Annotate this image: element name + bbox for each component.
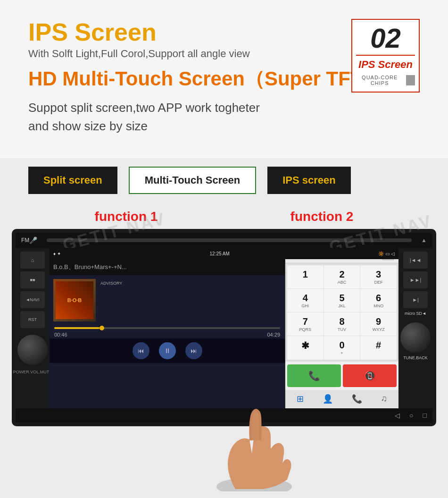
radio-bottom: ◁ ○ □ — [16, 408, 432, 422]
call-buttons: 📞 📵 — [285, 362, 398, 390]
album-art: B·O·B — [53, 279, 96, 321]
play-pause-btn[interactable]: ⏸ — [159, 342, 176, 359]
prev-track-btn[interactable]: |◄◄ — [403, 252, 428, 269]
progress-bar-area — [50, 325, 285, 331]
home-btn[interactable]: ⌂ — [20, 252, 45, 269]
progress-bar-fill — [54, 327, 100, 329]
multi-touch-button[interactable]: Multi-Touch Screen — [129, 167, 257, 194]
dialer-tab-music[interactable]: ♫ — [381, 394, 388, 404]
album-info: ADVISORY — [100, 279, 281, 321]
dial-key-3[interactable]: 3DEF — [360, 265, 397, 288]
power-label: POWER.VOL.MUTE — [13, 370, 52, 374]
function-2-label: function 2 — [224, 209, 420, 224]
top-bar-center — [47, 238, 412, 242]
back-nav-icon[interactable]: ◁ — [395, 412, 400, 419]
dial-key-9[interactable]: 9WXYZ — [360, 312, 397, 336]
fm-label: FM — [21, 237, 29, 244]
svg-point-0 — [216, 477, 292, 491]
badge-chips: QUAD-CORE CHIPS — [356, 75, 415, 86]
radio-outer: FM 🎤 ▲ ⌂ ■■ ◄NAVI RST POWER.VOL.MUTE — [12, 229, 436, 426]
home-nav-icon[interactable]: ○ — [409, 412, 413, 419]
car-radio-wrapper: FM 🎤 ▲ ⌂ ■■ ◄NAVI RST POWER.VOL.MUTE — [0, 229, 448, 431]
up-arrow: ▲ — [421, 237, 427, 244]
dialer-tabs: ⊞ 👤 📞 ♫ — [285, 390, 398, 408]
dial-key-0[interactable]: 0+ — [324, 336, 360, 360]
status-location: ♦ ✦ — [53, 251, 61, 256]
music-player: B.o.B、Bruno+Mars+-+N... B·O·B ADVISORY — [50, 248, 285, 408]
recent-nav-icon[interactable]: □ — [423, 412, 427, 419]
top-section: 02 IPS Screen QUAD-CORE CHIPS IPS Screen… — [0, 0, 448, 158]
call-accept-btn[interactable]: 📞 — [287, 364, 341, 387]
dialer-tab-contacts[interactable]: 👤 — [323, 394, 333, 404]
time-row: 00:46 04:29 — [50, 331, 285, 338]
radio-top-bar: FM 🎤 ▲ — [16, 233, 432, 248]
status-bar: ♦ ✦ 12:25 AM 🔆 ▭ ◁ — [50, 248, 398, 259]
dial-key-4[interactable]: 4GHI — [287, 289, 324, 312]
buttons-row: Split screen Multi-Touch Screen IPS scre… — [28, 167, 420, 194]
split-screen-button[interactable]: Split screen — [28, 167, 117, 194]
feature-badge: 02 IPS Screen QUAD-CORE CHIPS — [351, 19, 420, 93]
dial-key-7[interactable]: 7PQRS — [287, 312, 324, 336]
time-total: 04:29 — [267, 332, 280, 338]
screen-area: ♦ ✦ 12:25 AM 🔆 ▭ ◁ B.o.B、Bruno+Mars+-+N.… — [50, 248, 398, 408]
dial-key-1[interactable]: 1 — [287, 265, 324, 288]
badge-label: IPS Screen — [356, 59, 415, 71]
rst-btn[interactable]: RST — [20, 311, 45, 328]
dial-key-8[interactable]: 8TUV — [324, 312, 360, 336]
back-btn[interactable]: ■■ — [20, 271, 45, 288]
phone-dialer: ✕ 1 2ABC 3DEF 4GHI 5JKL 6MNO 7PQRS 8TUV … — [285, 248, 398, 408]
status-time: 12:25 AM — [210, 251, 230, 256]
next-btn[interactable]: ⏭ — [185, 342, 202, 359]
album-art-inner: B·O·B — [56, 281, 93, 319]
dialer-tab-recent[interactable]: 📞 — [352, 394, 362, 404]
music-content: B.o.B、Bruno+Mars+-+N... B·O·B ADVISORY — [50, 259, 285, 408]
prev-btn[interactable]: ⏮ — [133, 342, 149, 359]
call-decline-btn[interactable]: 📵 — [343, 364, 397, 387]
support-text: Suppot split screen,two APP work toghete… — [28, 99, 420, 135]
left-knob[interactable] — [17, 335, 48, 365]
music-controls: ⏮ ⏸ ⏭ — [50, 338, 285, 363]
progress-bar-bg — [54, 327, 280, 329]
mic-icon: 🎤 — [29, 236, 37, 244]
right-controls: |◄◄ ►►| ►| micro SD◄ TUNE.BACK — [398, 248, 432, 408]
last-btn[interactable]: ►| — [403, 291, 428, 308]
tune-back-label: TUNE.BACK — [403, 355, 428, 360]
radio-body: ⌂ ■■ ◄NAVI RST POWER.VOL.MUTE ♦ ✦ 12:25 … — [16, 248, 432, 408]
status-icons: 🔆 ▭ ◁ — [378, 251, 395, 256]
right-knob[interactable] — [400, 322, 431, 353]
dial-key-5[interactable]: 5JKL — [324, 289, 360, 312]
dial-key-hash[interactable]: # — [360, 336, 397, 360]
time-current: 00:46 — [54, 332, 67, 338]
album-area: B·O·B ADVISORY — [50, 275, 285, 325]
progress-dot — [100, 326, 104, 330]
android-nav: ◁ ○ □ — [395, 412, 427, 419]
function-row: function 1 function 2 — [0, 201, 448, 229]
ips-screen-button[interactable]: IPS screen — [267, 167, 351, 194]
dialer-grid: 1 2ABC 3DEF 4GHI 5JKL 6MNO 7PQRS 8TUV 9W… — [285, 263, 398, 362]
song-title: B.o.B、Bruno+Mars+-+N... — [50, 259, 285, 275]
dial-key-star[interactable]: ✱ — [287, 336, 324, 360]
function-1-label: function 1 — [28, 209, 224, 224]
navi-btn[interactable]: ◄NAVI — [20, 291, 45, 308]
dial-key-6[interactable]: 6MNO — [360, 289, 397, 312]
buttons-section: Split screen Multi-Touch Screen IPS scre… — [0, 158, 448, 201]
badge-number: 02 — [356, 25, 415, 52]
page-wrapper: 02 IPS Screen QUAD-CORE CHIPS IPS Screen… — [0, 0, 448, 498]
dial-key-2[interactable]: 2ABC — [324, 265, 360, 288]
chip-icon — [406, 75, 415, 85]
left-controls: ⌂ ■■ ◄NAVI RST POWER.VOL.MUTE — [16, 248, 50, 408]
next-track-btn[interactable]: ►►| — [403, 271, 428, 288]
dialer-tab-keypad[interactable]: ⊞ — [297, 394, 304, 404]
micro-sd-label: micro SD◄ — [405, 311, 426, 316]
badge-divider — [356, 55, 415, 56]
